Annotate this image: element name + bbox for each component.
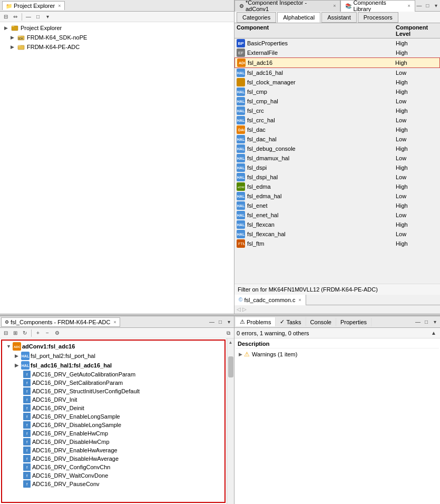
comp-row-fsl-dspi-hal[interactable]: HAL fsl_dspi_hal Low	[234, 172, 440, 182]
comp-row-fsl-dac[interactable]: DAC fsl_dac High	[234, 125, 440, 134]
comp-row-fsl-cmp-hal[interactable]: HAL fsl_cmp_hal Low	[234, 96, 440, 106]
adc16-hal1-arrow[interactable]: ▶	[15, 363, 21, 368]
view-menu-btn[interactable]: ▾	[43, 13, 52, 21]
sub-tab-alphabetical[interactable]: Alphabetical	[277, 12, 320, 23]
tree-item-frdm-nope[interactable]: ▶ SDK FRDM-K64_SDK-noPE	[0, 33, 234, 42]
bl-menu[interactable]: ▾	[224, 318, 233, 326]
components-library-tab[interactable]: 📚 Components Library ×	[340, 0, 415, 12]
tree-root-item[interactable]: ▶ Project Explorer	[0, 23, 234, 33]
bl-add[interactable]: +	[34, 329, 42, 337]
br-menu[interactable]: ▾	[431, 318, 439, 326]
file-tab-close[interactable]: ×	[299, 297, 301, 303]
comp-row-externalfile[interactable]: EF ExternalFile High	[234, 48, 440, 57]
comp-row-fsl-dac-hal[interactable]: HAL fsl_dac_hal Low	[234, 134, 440, 144]
bl-minimize[interactable]: —	[208, 318, 216, 326]
port-hal2-label: fsl_port_hal2:fsl_port_hal	[31, 353, 95, 359]
right-panel-minimize[interactable]: —	[415, 2, 424, 10]
problems-label: Problems	[247, 319, 271, 325]
bl-item-fn7[interactable]: f ADC16_DRV_DisableLongSample	[3, 421, 223, 429]
bl-item-fn8[interactable]: f ADC16_DRV_EnableHwCmp	[3, 429, 223, 438]
fn14-label: ADC16_DRV_PauseConv	[32, 481, 100, 487]
problems-tab[interactable]: ⚠ Problems	[236, 317, 276, 326]
bl-item-fn13[interactable]: f ADC16_DRV_WaitConvDone	[3, 471, 223, 480]
right-panel-menu[interactable]: ▾	[432, 2, 440, 10]
comp-row-fsl-ftm[interactable]: FTM fsl_ftm High	[234, 239, 440, 248]
frdm-nope-arrow[interactable]: ▶	[11, 35, 17, 40]
ci-tab-close[interactable]: ×	[333, 3, 336, 8]
warnings-row[interactable]: ▶ ⚠ Warnings (1 item)	[237, 350, 438, 359]
tasks-tab[interactable]: ✓ Tasks	[276, 317, 306, 326]
bl-settings[interactable]: ⚙	[53, 329, 61, 337]
cl-tab-close[interactable]: ×	[407, 3, 410, 8]
comp-row-fsl-dmamux-hal[interactable]: HAL fsl_dmamux_hal Low	[234, 153, 440, 163]
fsl-components-tab[interactable]: ⚙ fsl_Components - FRDM-K64-PE-ADC ×	[1, 317, 120, 327]
bl-item-fn14[interactable]: f ADC16_DRV_PauseConv	[3, 480, 223, 488]
comp-row-basicproperties[interactable]: BP BasicProperties High	[234, 38, 440, 48]
bl-expand-all[interactable]: ⊞	[11, 329, 19, 337]
bl-item-adconv1[interactable]: ▼ ADC adConv1:fsl_adc16	[3, 342, 223, 351]
bl-item-fn11[interactable]: f ADC16_DRV_DisableHwAverage	[3, 454, 223, 463]
comp-row-fsl-adc16[interactable]: ADC fsl_adc16 High	[234, 57, 440, 68]
sub-tab-assistant[interactable]: Assistant	[321, 12, 357, 23]
project-explorer-tab[interactable]: 📁 Project Explorer ×	[2, 1, 65, 10]
bl-item-port-hal2[interactable]: ▶ HAL fsl_port_hal2:fsl_port_hal	[3, 351, 223, 361]
comp-row-fsl-flexcan-hal[interactable]: HAL fsl_flexcan_hal Low	[234, 229, 440, 239]
bl-collapse-all[interactable]: ⊟	[2, 329, 10, 337]
bl-refresh[interactable]: ↻	[21, 329, 29, 337]
bl-item-fn6[interactable]: f ADC16_DRV_EnableLongSample	[3, 412, 223, 421]
bl-item-adc16-hal1[interactable]: ▶ HAL fsl_adc16_hal1:fsl_adc16_hal	[3, 361, 223, 370]
project-explorer-close[interactable]: ×	[58, 3, 61, 8]
scrollbar-up-btn[interactable]: ▲	[227, 338, 234, 346]
tree-item-frdm-pe-adc[interactable]: ▶ FRDM-K64-PE-ADC	[0, 42, 234, 52]
comp-row-fsl-adc16-hal[interactable]: HAL fsl_adc16_hal Low	[234, 68, 440, 77]
bl-item-fn5[interactable]: f ADC16_DRV_Deinit	[3, 404, 223, 412]
link-editor-btn[interactable]: ⇔	[11, 13, 19, 21]
bl-item-fn1[interactable]: f ADC16_DRV_GetAutoCalibrationParam	[3, 370, 223, 379]
comp-row-fsl-enet-hal[interactable]: HAL fsl_enet_hal Low	[234, 210, 440, 220]
comp-row-fsl-enet[interactable]: HAL fsl_enet High	[234, 201, 440, 210]
fn8-label: ADC16_DRV_EnableHwCmp	[32, 430, 108, 437]
br-minimize[interactable]: —	[414, 318, 422, 326]
properties-tab[interactable]: Properties	[336, 318, 371, 326]
root-arrow[interactable]: ▶	[4, 25, 11, 31]
bl-scrollbar[interactable]: ▲	[227, 338, 234, 504]
bl-item-fn12[interactable]: f ADC16_DRV_ConfigConvChn	[3, 463, 223, 471]
bl-item-fn4[interactable]: f ADC16_DRV_Init	[3, 395, 223, 404]
bl-item-fn10[interactable]: f ADC16_DRV_EnableHwAverage	[3, 446, 223, 454]
bl-item-fn2[interactable]: f ADC16_DRV_SetCalibrationParam	[3, 379, 223, 387]
comp-row-fsl-edma-hal[interactable]: HAL fsl_edma_hal Low	[234, 191, 440, 201]
bl-copy[interactable]: ⧉	[224, 329, 232, 337]
comp-list-header: Component Component Level	[234, 23, 440, 38]
collapse-all-btn[interactable]: ⊟	[2, 13, 10, 21]
comp-row-fsl-cmp[interactable]: HAL fsl_cmp High	[234, 87, 440, 96]
bl-maximize[interactable]: □	[216, 318, 224, 326]
br-maximize[interactable]: □	[422, 318, 431, 326]
component-inspector-tab[interactable]: ⚙ *Component Inspector - adConv1 ×	[234, 0, 340, 12]
problems-summary: 0 errors, 1 warning, 0 others	[237, 330, 309, 336]
right-panel-maximize[interactable]: □	[423, 2, 432, 10]
port-hal2-arrow[interactable]: ▶	[15, 353, 21, 358]
comp-row-fsl-crc[interactable]: HAL fsl_crc High	[234, 106, 440, 115]
sub-tab-categories[interactable]: Categories	[237, 12, 276, 23]
editor-file-tab[interactable]: © fsl_cadc_common.c ×	[234, 295, 306, 305]
component-list-area: BP BasicProperties High EF ExternalFile …	[234, 38, 440, 284]
bl-remove[interactable]: −	[43, 329, 52, 337]
console-tab[interactable]: Console	[306, 318, 336, 326]
comp-row-fsl-crc-hal[interactable]: HAL fsl_crc_hal Low	[234, 115, 440, 125]
comp-row-fsl-dspi[interactable]: HAL fsl_dspi High	[234, 163, 440, 172]
bl-item-fn9[interactable]: f ADC16_DRV_DisableHwCmp	[3, 438, 223, 446]
warnings-collapse-arrow[interactable]: ▶	[239, 352, 242, 357]
comp-row-fsl-debug-console[interactable]: HAL fsl_debug_console High	[234, 144, 440, 153]
comp-row-fsl-flexcan[interactable]: HAL fsl_flexcan High	[234, 220, 440, 229]
problems-sort-btn[interactable]: ▲	[429, 329, 438, 337]
frdm-pe-adc-arrow[interactable]: ▶	[11, 44, 17, 50]
comp-row-fsl-clock-manager[interactable]: fsl_clock_manager High	[234, 77, 440, 87]
sub-tab-processors[interactable]: Processors	[358, 12, 398, 23]
minimize-btn[interactable]: —	[24, 13, 33, 21]
maximize-btn[interactable]: □	[34, 13, 42, 21]
scrollbar-thumb[interactable]	[228, 356, 233, 377]
comp-row-fsl-edma[interactable]: eDMA fsl_edma High	[234, 182, 440, 191]
fsl-comp-close[interactable]: ×	[114, 319, 116, 325]
adconv1-arrow[interactable]: ▼	[6, 344, 13, 349]
bl-item-fn3[interactable]: f ADC16_DRV_StructInitUserConfigDefault	[3, 387, 223, 395]
